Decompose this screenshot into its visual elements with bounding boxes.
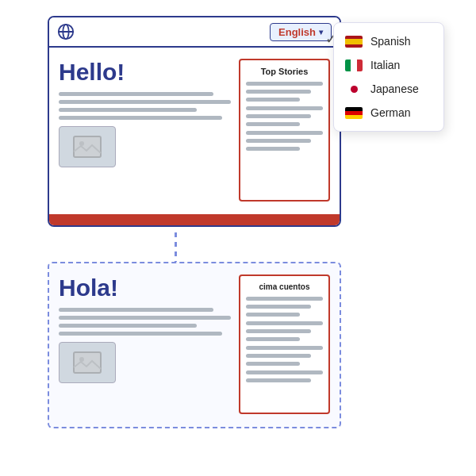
language-dropdown: Spanish Italian Japanese German <box>333 22 444 132</box>
text-line-4 <box>59 116 222 120</box>
browser-bottom-bar <box>49 214 340 225</box>
translated-content-left: Hola! <box>59 274 231 414</box>
trans-line-4 <box>59 332 222 336</box>
story-line-9 <box>246 147 300 151</box>
cima-title: cima cuentos <box>246 282 323 291</box>
text-line-3 <box>59 108 197 112</box>
flag-italian <box>345 60 363 71</box>
cima-cuentos-panel: cima cuentos <box>239 274 330 414</box>
svg-rect-5 <box>74 352 101 373</box>
trans-line-1 <box>59 308 213 312</box>
image-placeholder <box>59 126 116 167</box>
image-icon <box>73 136 102 158</box>
trans-line-3 <box>59 324 197 328</box>
dropdown-item-spanish[interactable]: Spanish <box>334 29 443 53</box>
flag-spanish <box>345 36 363 48</box>
browser-bar: English ▾ <box>49 17 340 48</box>
browser-window: English ▾ Hello! Top Stories <box>48 16 341 227</box>
japanese-label: Japanese <box>370 83 419 95</box>
hola-heading: Hola! <box>59 274 231 301</box>
cima-line-5 <box>246 329 311 333</box>
cima-line-10 <box>246 370 323 374</box>
story-line-6 <box>246 122 300 126</box>
cima-line-11 <box>246 378 311 382</box>
cima-line-9 <box>246 362 300 366</box>
browser-content: Hello! Top Stories <box>49 48 340 214</box>
chevron-down-icon: ▾ <box>319 28 323 36</box>
translated-image-placeholder <box>59 342 116 383</box>
story-line-2 <box>246 90 311 94</box>
cima-line-6 <box>246 337 300 341</box>
language-button[interactable]: English ▾ <box>270 23 332 41</box>
svg-rect-3 <box>74 136 101 157</box>
dropdown-item-japanese[interactable]: Japanese <box>334 77 443 101</box>
translated-image-icon <box>73 351 102 374</box>
italian-label: Italian <box>370 59 400 71</box>
german-label: German <box>370 106 411 119</box>
content-left: Hello! <box>59 59 231 202</box>
dropdown-item-italian[interactable]: Italian <box>334 53 443 77</box>
story-line-7 <box>246 131 323 135</box>
flag-japanese <box>345 83 363 95</box>
cima-line-2 <box>246 305 311 309</box>
story-line-8 <box>246 139 311 143</box>
translated-window: Hola! cima cuentos <box>48 262 341 428</box>
story-line-4 <box>246 106 323 110</box>
dropdown-item-german[interactable]: German <box>334 101 443 125</box>
cima-line-8 <box>246 354 311 358</box>
translation-connector <box>175 232 177 263</box>
trans-line-2 <box>59 316 231 320</box>
text-line-2 <box>59 100 231 104</box>
top-stories-title: Top Stories <box>246 67 323 76</box>
cima-line-7 <box>246 346 323 350</box>
globe-icon <box>57 23 75 40</box>
svg-point-4 <box>79 141 84 146</box>
story-line-3 <box>246 98 300 102</box>
flag-german <box>345 107 363 119</box>
story-line-1 <box>246 82 323 86</box>
text-line-1 <box>59 92 213 96</box>
cima-line-4 <box>246 321 323 325</box>
language-label: English <box>278 26 316 38</box>
story-line-5 <box>246 114 311 118</box>
spanish-label: Spanish <box>370 35 411 48</box>
cima-line-3 <box>246 313 300 317</box>
top-stories-panel: Top Stories <box>239 59 330 202</box>
svg-point-6 <box>79 357 84 362</box>
cima-line-1 <box>246 297 323 301</box>
hello-heading: Hello! <box>59 59 231 86</box>
